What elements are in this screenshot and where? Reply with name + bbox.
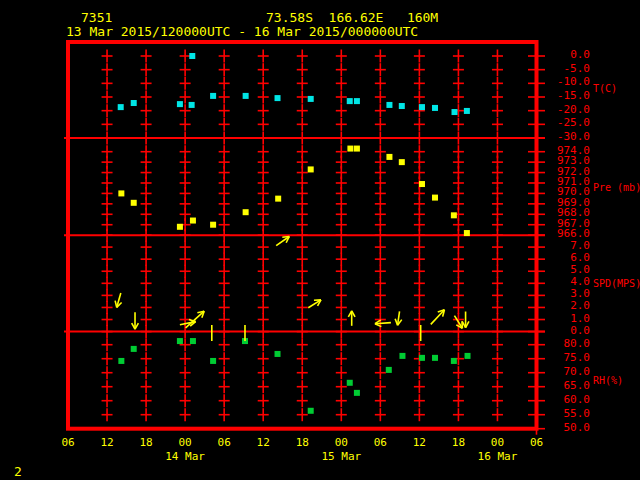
ytick-humidity: 75.0 (546, 352, 590, 364)
axis-label-temperature: T(C) (593, 83, 617, 94)
xtick-hour: 06 (365, 437, 395, 449)
temperature-point (275, 95, 281, 101)
pressure-point (451, 212, 457, 218)
temperature-point (210, 93, 216, 99)
axis-label-wind_speed: SPD(MPS) (593, 278, 640, 289)
pressure-point (190, 218, 196, 224)
station-id: 7351 (81, 11, 112, 24)
temperature-point (347, 98, 353, 104)
xtick-hour: 00 (326, 437, 356, 449)
pressure-series (118, 146, 470, 236)
xtick-date: 16 Mar (464, 451, 530, 463)
xtick-hour: 00 (482, 437, 512, 449)
pressure-point (131, 200, 137, 206)
temperature-point (177, 101, 183, 107)
pressure-point (399, 159, 405, 165)
temperature-point (354, 98, 360, 104)
xtick-date: 15 Mar (308, 451, 374, 463)
temperature-point (308, 96, 314, 102)
xtick-hour: 06 (522, 437, 552, 449)
xtick-hour: 18 (443, 437, 473, 449)
ytick-temperature: -25.0 (546, 117, 590, 129)
ytick-humidity: 70.0 (546, 366, 590, 378)
ytick-humidity: 55.0 (546, 408, 590, 420)
xtick-hour: 12 (92, 437, 122, 449)
humidity-point (131, 346, 137, 352)
station-location: 73.58S 166.62E 160M (266, 11, 438, 24)
temperature-point (432, 105, 438, 111)
humidity-point (275, 351, 281, 357)
pressure-point (243, 209, 249, 215)
xtick-hour: 06 (53, 437, 83, 449)
temperature-point (464, 108, 470, 114)
xtick-hour: 12 (404, 437, 434, 449)
humidity-point (451, 358, 457, 364)
humidity-point (347, 380, 353, 386)
humidity-point (386, 367, 392, 373)
pressure-point (118, 190, 124, 196)
right-axis-ticks (528, 50, 545, 435)
wind-arrow (115, 293, 121, 307)
ytick-wind_speed: 1.0 (546, 313, 590, 325)
humidity-point (419, 355, 425, 361)
pressure-point (308, 166, 314, 172)
xtick-date: 14 Mar (152, 451, 218, 463)
wind-series (115, 236, 469, 341)
humidity-point (210, 358, 216, 364)
xtick-hour: 18 (131, 437, 161, 449)
temperature-point (189, 102, 195, 108)
pressure-point (354, 146, 360, 152)
chart-canvas (0, 0, 640, 480)
pressure-point (177, 224, 183, 230)
xtick-hour: 12 (248, 437, 278, 449)
humidity-series (118, 338, 470, 414)
temperature-point (386, 102, 392, 108)
ytick-humidity: 60.0 (546, 394, 590, 406)
axis-label-pressure: Pre (mb) (593, 182, 640, 193)
ytick-temperature: -20.0 (546, 104, 590, 116)
ytick-temperature: 0.0 (546, 49, 590, 61)
pressure-point (419, 181, 425, 187)
xtick-hour: 18 (287, 437, 317, 449)
temperature-point (131, 100, 137, 106)
ytick-humidity: 65.0 (546, 380, 590, 392)
ytick-humidity: 80.0 (546, 338, 590, 350)
ytick-temperature: -5.0 (546, 63, 590, 75)
wind-arrow (395, 311, 402, 325)
page-number: 2 (14, 465, 22, 478)
humidity-point (432, 355, 438, 361)
humidity-point (177, 338, 183, 344)
ytick-humidity: 50.0 (546, 422, 590, 434)
meteogram-screen: 7351 73.58S 166.62E 160M 13 Mar 2015/120… (0, 0, 640, 480)
wind-arrow (308, 300, 321, 308)
xtick-hour: 00 (170, 437, 200, 449)
temperature-point (399, 103, 405, 109)
ytick-wind_speed: 0.0 (546, 325, 590, 337)
temperature-point (118, 104, 124, 110)
humidity-point (399, 353, 405, 359)
pressure-point (464, 230, 470, 236)
pressure-point (210, 222, 216, 228)
ytick-temperature: -15.0 (546, 90, 590, 102)
temperature-point (243, 93, 249, 99)
humidity-point (465, 353, 471, 359)
pressure-point (432, 195, 438, 201)
wind-arrow (276, 236, 289, 245)
temperature-point (419, 104, 425, 110)
pressure-point (347, 146, 353, 152)
temperature-point (189, 53, 195, 59)
wind-arrow (132, 312, 139, 329)
humidity-point (118, 358, 124, 364)
pressure-point (386, 154, 392, 160)
wind-arrow (431, 310, 445, 325)
axis-label-humidity: RH(%) (593, 375, 623, 386)
ytick-temperature: -30.0 (546, 131, 590, 143)
wind-arrow (348, 311, 355, 326)
xtick-hour: 06 (209, 437, 239, 449)
time-range: 13 Mar 2015/120000UTC - 16 Mar 2015/0000… (66, 25, 418, 38)
ytick-wind_speed: 2.0 (546, 300, 590, 312)
humidity-point (354, 390, 360, 396)
wind-arrow (375, 320, 391, 327)
pressure-point (275, 196, 281, 202)
humidity-point (308, 408, 314, 414)
